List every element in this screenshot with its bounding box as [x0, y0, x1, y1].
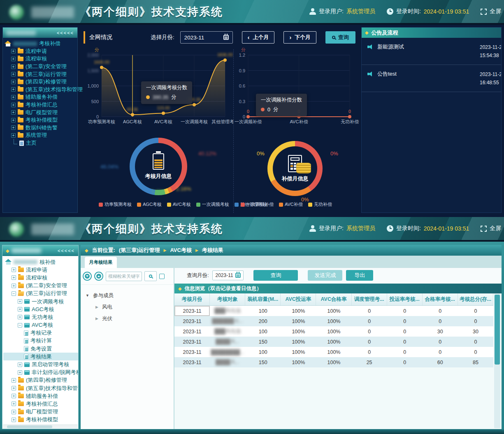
tree-item[interactable]: +电厂模型管理	[3, 108, 77, 116]
table-row[interactable]: 2023-11███风电场100100%100%003030	[174, 326, 493, 337]
legend-item[interactable]: AGC考核	[137, 201, 162, 208]
tree-item[interactable]: +考核补偿汇总	[3, 101, 77, 109]
legend-item[interactable]: AVC考核	[167, 201, 191, 208]
column-header[interactable]: 考核月份	[174, 293, 210, 305]
tree-item[interactable]: +系统管理	[3, 132, 77, 139]
expand-icon[interactable]: +	[11, 72, 16, 76]
tree-item[interactable]: +无功考核	[3, 313, 78, 321]
column-header[interactable]: 调度管理考...	[352, 293, 387, 305]
tree-item[interactable]: +(第五章)技术指导和管理	[3, 86, 77, 94]
expand-icon[interactable]: +	[12, 394, 16, 398]
tree-item[interactable]: +辅助服务补偿	[3, 392, 78, 400]
expand-icon[interactable]: +	[11, 103, 16, 107]
expand-icon[interactable]: +	[12, 418, 16, 422]
expand-icon[interactable]: +	[12, 268, 16, 272]
fullscreen-button[interactable]: 全屏	[490, 8, 501, 15]
tree-item[interactable]: +辅助服务补偿	[3, 93, 77, 101]
column-header[interactable]: 投运率考核...	[387, 293, 423, 305]
tree-item[interactable]: −(第三章)运行管理	[3, 290, 78, 298]
column-header[interactable]: AVC投运率	[281, 293, 316, 305]
checkbox[interactable]	[159, 274, 165, 279]
tab-monthly-results[interactable]: 月考核结果	[85, 257, 117, 268]
column-header[interactable]: 装机容量(M...	[245, 293, 281, 305]
expand-icon[interactable]: +	[11, 118, 16, 122]
expand-icon[interactable]: +	[11, 65, 16, 69]
scrollbar-thumb[interactable]	[495, 295, 500, 365]
legend-item[interactable]: AVC补偿	[279, 201, 303, 208]
expand-icon[interactable]: +	[12, 378, 16, 383]
tree-item[interactable]: +(第五章)技术指导和管理	[3, 384, 78, 392]
tree-item[interactable]: 免考设置	[3, 345, 78, 353]
tree-item[interactable]: +非计划停运/脱网考核	[3, 369, 78, 376]
column-header[interactable]: 考核对象	[210, 293, 245, 305]
tree-item[interactable]: +数据纠错告警	[3, 124, 77, 132]
tree-item[interactable]: +(第二章)安全管理	[3, 282, 78, 290]
fullscreen-icon[interactable]	[481, 226, 487, 232]
month-picker[interactable]: 2023-11	[180, 31, 233, 44]
horizontal-scrollbar[interactable]	[3, 425, 78, 428]
tree-item[interactable]: +流程申请	[3, 266, 78, 274]
fullscreen-icon[interactable]	[481, 9, 487, 15]
scrollbar-thumb[interactable]	[7, 425, 52, 428]
tree-item[interactable]: +考核补偿模型	[3, 416, 78, 422]
tree-item[interactable]: 主页	[3, 139, 77, 147]
legend-item[interactable]: 无功补偿	[308, 201, 332, 208]
expand-icon[interactable]: +	[12, 402, 16, 406]
tree-item[interactable]: +流程审核	[3, 55, 77, 63]
expand-icon[interactable]: +	[11, 95, 16, 99]
fullscreen-button[interactable]: 全屏	[490, 225, 501, 232]
table-row[interactable]: 2023-11████风...150100%100%2506085	[174, 357, 493, 367]
announcement-item[interactable]: 新能源测试2023-11-2215:54:38	[362, 38, 501, 65]
sidebar-collapse-arrows[interactable]: <<<<<	[58, 248, 75, 253]
table-row[interactable]: 2023-11██████光...200100%100%0000	[174, 316, 493, 326]
search-button[interactable]	[144, 271, 157, 281]
column-header[interactable]: 合格率考核...	[423, 293, 458, 305]
tree-item[interactable]: +流程审核	[3, 274, 78, 282]
tree-item[interactable]: 核补偿	[3, 258, 78, 266]
sidebar-collapse-arrows[interactable]: <<<<<	[57, 30, 74, 35]
announcement-item[interactable]: 公告test2023-11-2116:48:55	[362, 65, 501, 92]
tree-item[interactable]: +AGC考核	[3, 305, 78, 313]
member-tree-item[interactable]: ▶ 风电	[86, 301, 174, 313]
expand-icon[interactable]: +	[12, 275, 16, 280]
table-row[interactable]: 2023-11████████...100100%100%0000	[174, 347, 493, 357]
table-row[interactable]: 2023-11████风...150100%100%0000	[174, 337, 493, 347]
expand-icon[interactable]: +	[11, 80, 16, 84]
tree-item[interactable]: +考核补偿汇总	[3, 400, 78, 408]
query-button[interactable]: 查询	[325, 31, 355, 44]
expand-icon[interactable]: +	[11, 110, 16, 115]
vertical-scrollbar[interactable]	[494, 293, 500, 428]
expand-icon[interactable]: +	[11, 57, 16, 61]
legend-item[interactable]: 一次调频补偿	[241, 201, 274, 208]
tree-item[interactable]: 考核结果	[3, 353, 78, 360]
member-tree-item[interactable]: ▶ 光伏	[86, 313, 174, 324]
tree-item[interactable]: +电厂模型管理	[3, 408, 78, 416]
table-row[interactable]: 2023-11███风电场100100%100%0000	[174, 306, 493, 316]
expand-icon[interactable]: +	[12, 386, 16, 390]
member-tree-root[interactable]: ▼ 参与成员	[86, 290, 174, 301]
expand-all-button[interactable]	[83, 272, 92, 281]
tree-item[interactable]: −AVC考核	[3, 321, 78, 329]
breadcrumb-item[interactable]: (第三章)运行管理	[119, 247, 160, 254]
expand-icon[interactable]: +	[18, 307, 22, 312]
expand-icon[interactable]: +	[18, 370, 22, 375]
tree-item[interactable]: 考核计算	[3, 337, 78, 345]
breadcrumb-item[interactable]: 考核结果	[202, 247, 223, 254]
collapse-icon[interactable]: −	[18, 323, 22, 328]
query-month-picker[interactable]: 2023-11	[212, 270, 244, 280]
send-complete-button[interactable]: 发送完成	[308, 270, 342, 281]
expand-icon[interactable]: +	[12, 410, 16, 414]
query-button[interactable]: 查询	[253, 270, 298, 281]
expand-icon[interactable]: +	[12, 284, 16, 288]
next-month-button[interactable]: › 下个月	[283, 31, 316, 44]
collapse-all-button[interactable]	[94, 272, 103, 281]
tree-item[interactable]: +(第四章)检修管理	[3, 376, 78, 384]
expand-icon[interactable]: +	[11, 133, 16, 138]
breadcrumb-item[interactable]: AVC考核	[170, 247, 191, 254]
column-header[interactable]: AVC合格率	[316, 293, 351, 305]
collapse-icon[interactable]: −	[12, 291, 16, 296]
expand-icon[interactable]: +	[18, 362, 22, 367]
legend-item[interactable]: 功率预测考核	[99, 201, 132, 208]
tree-item[interactable]: 考核补偿	[3, 40, 77, 48]
expand-icon[interactable]: +	[18, 299, 22, 304]
